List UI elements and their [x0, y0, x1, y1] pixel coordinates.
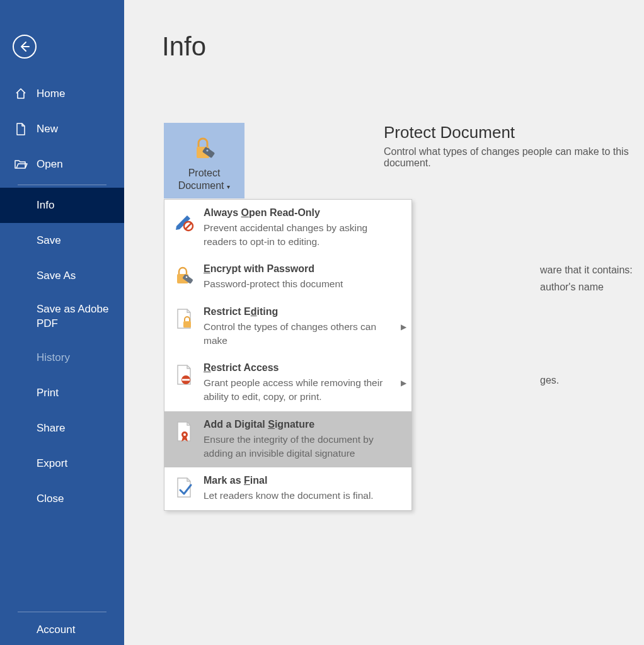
menu-item-description: Prevent accidental changes by asking rea… — [204, 221, 403, 248]
home-icon — [14, 87, 28, 101]
page-title: Info — [162, 31, 644, 62]
menu-item-title: Always Open Read-Only — [204, 207, 403, 219]
protect-document-menu: Always Open Read-Only Prevent accidental… — [164, 199, 412, 511]
sidebar-item-label: Account — [37, 624, 75, 636]
svg-rect-10 — [183, 321, 191, 328]
protect-document-button-label: Protect Document ▾ — [178, 167, 231, 192]
arrow-left-icon — [18, 40, 31, 53]
sidebar-item-label: Close — [37, 493, 64, 505]
document-check-icon — [173, 476, 195, 500]
protect-document-button[interactable]: Protect Document ▾ — [164, 123, 244, 198]
section-description: Control what types of changes people can… — [384, 146, 644, 169]
submenu-arrow-icon: ▶ — [401, 379, 406, 387]
sidebar-item-print[interactable]: Print — [0, 375, 124, 411]
chevron-down-icon: ▾ — [226, 183, 231, 190]
menu-item-title: Restrict Editing — [204, 306, 403, 317]
sidebar-separator — [18, 185, 106, 185]
sidebar-item-label: Open — [37, 158, 63, 171]
sidebar-item-label: Share — [37, 422, 65, 435]
menu-item-encrypt-with-password[interactable]: Encrypt with Password Password-protect t… — [164, 256, 411, 299]
svg-rect-12 — [182, 379, 190, 381]
submenu-arrow-icon: ▶ — [401, 322, 406, 331]
menu-item-description: Password-protect this document — [204, 277, 403, 291]
svg-point-14 — [183, 433, 186, 436]
sidebar-item-save-adobe[interactable]: Save as Adobe PDF — [0, 294, 124, 340]
sidebar-item-new[interactable]: New — [0, 111, 124, 147]
svg-point-9 — [186, 277, 188, 278]
sidebar-item-label: Info — [37, 199, 54, 212]
lock-key-icon — [191, 135, 217, 162]
open-folder-icon — [14, 157, 28, 171]
new-document-icon — [14, 122, 28, 136]
document-lock-icon — [173, 307, 195, 331]
backstage-sidebar: Home New Open Info Save Save As Save as … — [0, 0, 124, 645]
sidebar-item-label: Export — [37, 457, 67, 470]
menu-item-title: Mark as Final — [204, 475, 403, 486]
menu-item-add-digital-signature[interactable]: Add a Digital Signature Ensure the integ… — [164, 411, 411, 467]
menu-item-title: Encrypt with Password — [204, 263, 403, 275]
sidebar-item-save[interactable]: Save — [0, 223, 124, 258]
sidebar-item-label: History — [37, 351, 70, 364]
menu-item-mark-as-final[interactable]: Mark as Final Let readers know the docum… — [164, 467, 411, 510]
pencil-prohibit-icon — [173, 208, 195, 232]
menu-item-restrict-editing[interactable]: Restrict Editing Control the types of ch… — [164, 299, 411, 355]
sidebar-item-label: Home — [37, 88, 65, 100]
document-prohibit-icon — [173, 363, 195, 387]
sidebar-item-info[interactable]: Info — [0, 188, 124, 223]
lock-key-icon — [173, 265, 195, 288]
sidebar-item-label: Save — [37, 234, 61, 247]
menu-item-title: Restrict Access — [204, 362, 403, 374]
menu-item-description: Grant people access while removing their… — [204, 376, 403, 403]
svg-point-3 — [206, 149, 208, 151]
sidebar-item-share[interactable]: Share — [0, 411, 124, 446]
sidebar-item-open[interactable]: Open — [0, 147, 124, 182]
sidebar-item-export[interactable]: Export — [0, 446, 124, 481]
sidebar-separator — [18, 612, 106, 612]
document-ribbon-icon — [173, 420, 195, 444]
sidebar-item-close[interactable]: Close — [0, 481, 124, 517]
sidebar-item-label: New — [37, 123, 58, 135]
menu-item-description: Let readers know the document is final. — [204, 489, 403, 503]
sidebar-item-history: History — [0, 340, 124, 375]
svg-line-5 — [185, 223, 192, 229]
menu-item-description: Ensure the integrity of the document by … — [204, 433, 403, 460]
menu-item-always-open-read-only[interactable]: Always Open Read-Only Prevent accidental… — [164, 200, 411, 256]
sidebar-item-label: Print — [37, 387, 59, 399]
menu-item-description: Control the types of changes others can … — [204, 320, 403, 347]
sidebar-item-save-as[interactable]: Save As — [0, 258, 124, 294]
sidebar-item-home[interactable]: Home — [0, 76, 124, 111]
protect-document-section: Protect Document Control what types of c… — [384, 123, 644, 169]
sidebar-item-account[interactable]: Account — [0, 615, 124, 645]
sidebar-item-label: Save as Adobe PDF — [37, 302, 124, 331]
back-button[interactable] — [13, 35, 37, 59]
menu-item-title: Add a Digital Signature — [204, 419, 403, 430]
menu-item-restrict-access[interactable]: Restrict Access Grant people access whil… — [164, 355, 411, 411]
obscured-manage-text: ges. — [540, 372, 559, 389]
sidebar-item-label: Save As — [37, 270, 76, 282]
section-heading: Protect Document — [384, 123, 644, 142]
obscured-inspect-text: ware that it contains: author's name — [540, 261, 633, 295]
